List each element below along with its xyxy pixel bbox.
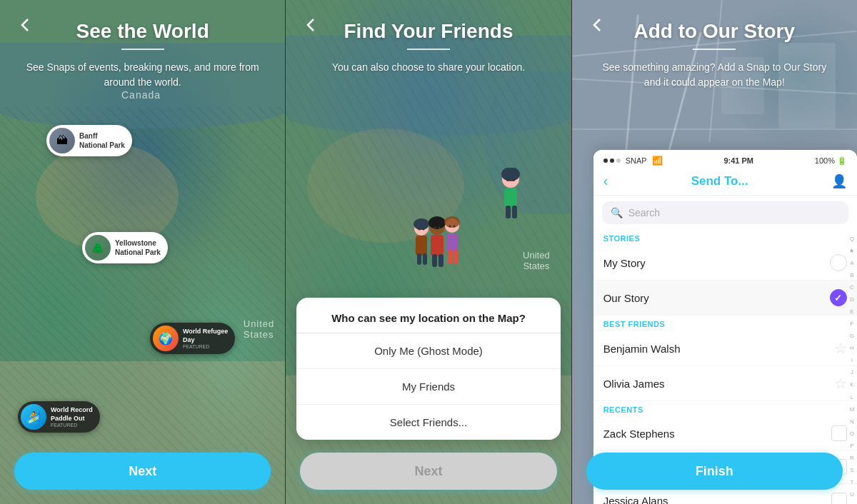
panel2-divider xyxy=(407,49,450,50)
idx-h: H xyxy=(850,346,854,351)
signal-dot-2 xyxy=(610,158,614,163)
yellowstone-avatar-img: 🌲 xyxy=(85,235,111,261)
svg-rect-6 xyxy=(432,254,437,267)
location-bubble-banff[interactable]: 🏔 BanffNational Park xyxy=(46,125,132,156)
svg-rect-23 xyxy=(504,188,517,208)
idx-u: U xyxy=(850,492,854,498)
signal-dot-3 xyxy=(616,158,621,163)
battery-container: 100% 🔋 xyxy=(815,156,847,166)
panel1-subtitle: See Snaps of events, breaking news, and … xyxy=(21,60,264,90)
olivia-star[interactable]: ☆ xyxy=(834,375,847,392)
idx-f: F xyxy=(851,321,854,327)
event-bubble-paddle[interactable]: 🏄 World RecordPaddle Out FEATURED xyxy=(18,401,100,433)
my-story-check[interactable] xyxy=(830,254,847,271)
option-select-friends[interactable]: Select Friends... xyxy=(296,405,560,440)
panel-find-friends: Find Your Friends You can also choose to… xyxy=(286,0,571,504)
back-button-2[interactable] xyxy=(300,14,321,36)
idx-b: B xyxy=(850,273,853,278)
finish-button[interactable]: Finish xyxy=(586,453,843,490)
search-placeholder: Search xyxy=(628,207,660,218)
canada-label: Canada xyxy=(121,89,161,101)
index-rail[interactable]: Q ★ A B C D E F G H I J K L M N O P R S xyxy=(847,230,857,504)
my-story-name: My Story xyxy=(603,257,646,269)
next-button-1[interactable]: Next xyxy=(14,453,271,490)
panel1-title: See the World xyxy=(21,20,264,43)
idx-k: K xyxy=(850,382,853,388)
location-bubble-yellowstone[interactable]: 🌲 YellowstoneNational Park xyxy=(82,232,168,263)
idx-m: M xyxy=(850,407,855,413)
refugee-avatar: 🌍 xyxy=(153,326,179,351)
svg-rect-3 xyxy=(423,253,427,265)
zack-check[interactable] xyxy=(831,425,847,441)
us-label: UnitedStates xyxy=(244,318,275,340)
phone-nav-bar: ‹ Send To... 👤 xyxy=(593,168,857,196)
svg-point-19 xyxy=(449,226,451,228)
location-dialog: Who can see my location on the Map? Only… xyxy=(296,298,560,440)
idx-p: P xyxy=(850,443,853,449)
svg-point-14 xyxy=(444,216,460,228)
idx-i: I xyxy=(851,358,853,363)
panel3-header: Add to Our Story See something amazing? … xyxy=(572,0,857,99)
phone-search-bar[interactable]: 🔍 Search xyxy=(602,201,848,224)
our-story-row[interactable]: Our Story xyxy=(593,281,857,316)
svg-point-13 xyxy=(428,216,446,229)
battery-percent: 100% xyxy=(815,156,835,165)
option-ghost-mode[interactable]: Only Me (Ghost Mode) xyxy=(296,333,560,369)
panel1-overlay: See the World See Snaps of events, break… xyxy=(0,0,285,504)
svg-rect-24 xyxy=(506,206,511,218)
svg-point-18 xyxy=(438,227,441,229)
idx-j: J xyxy=(851,370,853,376)
phone-back-button[interactable]: ‹ xyxy=(603,173,608,189)
svg-rect-10 xyxy=(448,250,452,264)
event-bubble-refugee[interactable]: 🌍 World RefugeeDay FEATURED xyxy=(150,323,235,354)
stories-section-header: STORIES xyxy=(593,230,857,246)
svg-rect-5 xyxy=(431,235,443,256)
yellowstone-text: YellowstoneNational Park xyxy=(115,238,161,257)
add-friend-icon[interactable]: 👤 xyxy=(831,173,847,189)
idx-a: A xyxy=(850,261,853,266)
battery-icon: 🔋 xyxy=(837,156,847,166)
panel2-subtitle: You can also choose to share your locati… xyxy=(307,60,549,75)
svg-rect-25 xyxy=(512,206,517,218)
panel3-title: Add to Our Story xyxy=(593,20,836,43)
svg-rect-2 xyxy=(417,253,421,265)
idx-s: S xyxy=(850,468,853,473)
benjamin-name: Benjamin Walsh xyxy=(603,343,681,355)
idx-d: D xyxy=(850,297,854,303)
option-my-friends[interactable]: My Friends xyxy=(296,369,560,405)
panel2-title: Find Your Friends xyxy=(307,20,549,43)
olivia-name: Olivia James xyxy=(603,378,665,390)
svg-rect-9 xyxy=(446,233,458,252)
idx-e: E xyxy=(850,309,853,315)
our-story-name: Our Story xyxy=(603,292,649,304)
banff-text: BanffNational Park xyxy=(79,131,125,150)
recents-section-header: RECENTS xyxy=(593,401,857,417)
panel1-divider xyxy=(121,49,164,50)
banff-avatar-img: 🏔 xyxy=(49,128,75,153)
next-button-2[interactable]: Next xyxy=(300,453,556,490)
my-story-row[interactable]: My Story xyxy=(593,246,857,281)
jessica-check[interactable] xyxy=(831,493,847,504)
zack-row[interactable]: Zack Stephens xyxy=(593,417,857,450)
svg-point-15 xyxy=(419,228,421,231)
idx-n: N xyxy=(850,419,854,425)
svg-point-17 xyxy=(434,227,436,229)
status-time: 9:41 PM xyxy=(723,156,753,165)
idx-star: ★ xyxy=(849,248,854,254)
jessica-name: Jessica Alans xyxy=(603,495,668,505)
solo-bitmoji-svg xyxy=(496,168,525,221)
search-icon: 🔍 xyxy=(611,207,623,218)
carrier-name: SNAP xyxy=(626,156,647,165)
panel3-subtitle: See something amazing? Add a Snap to Our… xyxy=(593,60,836,90)
idx-l: L xyxy=(851,395,853,400)
idx-t: T xyxy=(851,480,854,485)
bitmoji-svg xyxy=(407,214,464,278)
back-button-1[interactable] xyxy=(14,14,36,36)
our-story-check[interactable] xyxy=(830,289,847,306)
back-button-3[interactable] xyxy=(586,14,608,36)
us-label-2: UnitedStates xyxy=(523,250,550,271)
benjamin-star[interactable]: ☆ xyxy=(834,340,847,357)
olivia-row[interactable]: Olivia James ☆ xyxy=(593,366,857,401)
phone-mockup: SNAP 📶 9:41 PM 100% 🔋 ‹ Send To... 👤 🔍 S… xyxy=(593,150,857,504)
benjamin-row[interactable]: Benjamin Walsh ☆ xyxy=(593,331,857,366)
